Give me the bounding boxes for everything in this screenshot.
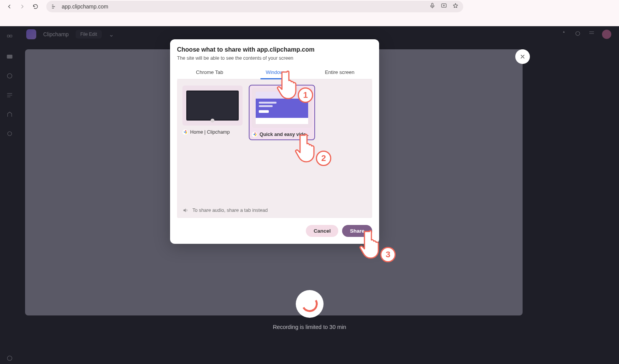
svg-point-12 [184,131,186,133]
svg-rect-5 [10,35,12,37]
tab-chrome-tab[interactable]: Chrome Tab [177,66,242,79]
share-button[interactable]: Share [342,225,372,237]
tab-strip-spacer [0,13,619,26]
svg-rect-0 [52,5,54,5]
loading-arc-icon [300,294,319,314]
rail-item[interactable] [4,130,15,139]
help-icon[interactable] [588,30,595,39]
record-controls: Recording is limited to 30 min [273,290,346,330]
bookmark-star-icon[interactable] [452,3,459,10]
svg-rect-2 [52,8,54,8]
svg-point-14 [254,134,255,135]
left-rail [0,26,19,364]
svg-point-7 [7,74,12,78]
recording-limit-text: Recording is limited to 30 min [273,324,346,330]
audio-hint: To share audio, share a tab instead [182,207,367,213]
share-source-tabs: Chrome Tab Window Entire screen [177,66,372,79]
svg-point-8 [8,132,12,136]
reload-icon [32,3,39,10]
app-surface: Clipchamp File Edit ⌄ Recording is limit… [0,26,619,364]
arrow-right-icon [19,3,25,10]
install-app-icon[interactable] [441,3,447,10]
rail-item[interactable] [4,53,15,62]
chevron-down-icon[interactable]: ⌄ [109,31,114,38]
window-thumb [182,86,243,126]
rail-item[interactable] [4,34,15,43]
svg-rect-6 [7,55,12,59]
browser-toolbar: app.clipchamp.com [0,0,619,13]
notifications-icon[interactable] [574,30,581,39]
reload-button[interactable] [30,1,41,12]
avatar[interactable] [602,30,611,39]
address-url: app.clipchamp.com [62,3,425,10]
app-top-right [560,26,619,42]
audio-hint-text: To share audio, share a tab instead [192,208,268,213]
back-button[interactable] [4,1,15,12]
brand-badge [26,29,36,39]
forward-button[interactable] [17,1,28,12]
cancel-button[interactable]: Cancel [306,225,338,237]
svg-point-10 [576,32,580,36]
screen-share-dialog: Choose what to share with app.clipchamp.… [170,39,379,244]
arrow-left-icon [6,3,12,10]
rail-item[interactable] [4,355,15,364]
chrome-icon [182,129,188,135]
address-bar[interactable]: app.clipchamp.com [46,1,463,12]
rail-item[interactable] [4,111,15,120]
dialog-actions: Cancel Share [177,225,372,237]
window-label: Home | Clipchamp [190,129,230,135]
dialog-title: Choose what to share with app.clipchamp.… [177,46,372,53]
window-label: Quick and easy vide.. [260,132,309,137]
tab-window[interactable]: Window [242,66,307,79]
chrome-icon [252,132,257,137]
record-button[interactable] [295,290,323,318]
window-chooser: Home | Clipchamp [177,79,372,218]
mic-icon[interactable] [429,3,435,10]
window-thumb [252,88,312,128]
brand-name: Clipchamp [43,31,69,37]
svg-rect-4 [7,35,9,37]
dialog-subtitle: The site will be able to see the content… [177,55,372,61]
rail-item[interactable] [4,92,15,101]
upgrade-icon[interactable] [560,30,567,39]
window-option-selected[interactable]: Quick and easy vide.. [250,86,314,139]
close-icon [519,54,526,60]
window-option[interactable]: Home | Clipchamp [182,86,243,139]
rail-item[interactable] [4,72,15,82]
tab-entire-screen[interactable]: Entire screen [307,66,372,79]
top-menu-pill[interactable]: File Edit [76,30,101,39]
site-settings-icon[interactable] [51,3,58,10]
close-button[interactable] [515,49,530,64]
svg-rect-1 [52,6,55,7]
svg-point-9 [7,356,12,361]
speaker-icon [182,207,189,213]
